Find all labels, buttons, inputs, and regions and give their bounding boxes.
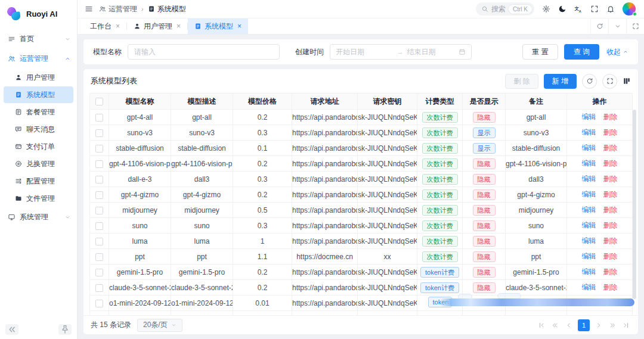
delete-link[interactable]: 删除 xyxy=(603,175,618,183)
edit-link[interactable]: 编辑 xyxy=(582,221,596,229)
row-checkbox[interactable] xyxy=(95,222,103,230)
page-button-1[interactable]: 1 xyxy=(578,319,590,331)
row-checkbox[interactable] xyxy=(95,253,103,261)
breadcrumb-item-system-model[interactable]: 系统模型 xyxy=(148,4,186,14)
delete-link[interactable]: 删除 xyxy=(603,144,618,152)
edit-link[interactable]: 编辑 xyxy=(582,175,596,183)
table-scrollbar[interactable] xyxy=(633,110,636,299)
maximize-icon[interactable] xyxy=(632,23,639,30)
sidebar-item-payment-orders[interactable]: 支付订单 xyxy=(4,138,73,155)
visible-tag[interactable]: 显示 xyxy=(473,143,496,154)
global-search[interactable]: 搜索 Ctrl K xyxy=(476,2,534,15)
tab-user-mgmt[interactable]: 用户管理× xyxy=(127,18,187,34)
sidebar-item-system-mgmt[interactable]: 系统管理 xyxy=(0,207,77,227)
tab-system-model[interactable]: 系统模型× xyxy=(188,18,248,34)
edit-link[interactable]: 编辑 xyxy=(582,206,596,214)
breadcrumb-item-operations[interactable]: 运营管理 xyxy=(99,4,137,14)
sidebar-item-exchange-mgmt[interactable]: 兑换管理 xyxy=(4,155,73,172)
page-size-select[interactable]: 20条/页 xyxy=(137,319,182,332)
translate-icon[interactable]: 文A xyxy=(574,5,583,13)
row-checkbox[interactable] xyxy=(95,269,103,276)
avatar[interactable] xyxy=(623,2,636,15)
row-checkbox[interactable] xyxy=(95,129,103,137)
bell-icon[interactable] xyxy=(606,5,615,13)
next-page-icon[interactable] xyxy=(594,322,603,329)
delete-link[interactable]: 删除 xyxy=(603,128,618,136)
expand-button[interactable] xyxy=(602,74,617,89)
last-page-icon[interactable] xyxy=(621,322,631,329)
row-checkbox[interactable] xyxy=(95,176,103,184)
row-checkbox[interactable] xyxy=(95,191,103,199)
chevron-down-icon[interactable] xyxy=(614,23,621,30)
model-name-input[interactable] xyxy=(128,44,280,60)
edit-link[interactable]: 编辑 xyxy=(582,113,596,121)
delete-button[interactable]: 删 除 xyxy=(505,74,538,89)
sidebar-item-user-mgmt[interactable]: 用户管理 xyxy=(4,69,73,86)
edit-link[interactable]: 编辑 xyxy=(582,237,596,245)
visible-tag[interactable]: 隐藏 xyxy=(473,205,496,216)
refresh-button[interactable] xyxy=(582,74,597,89)
delete-link[interactable]: 删除 xyxy=(603,221,618,229)
visible-tag[interactable]: 隐藏 xyxy=(473,174,496,185)
visible-tag[interactable]: 隐藏 xyxy=(473,158,496,169)
delete-link[interactable]: 删除 xyxy=(603,206,618,214)
row-checkbox[interactable] xyxy=(95,160,103,168)
row-checkbox[interactable] xyxy=(95,207,103,214)
refresh-icon[interactable] xyxy=(596,23,603,30)
close-icon[interactable]: × xyxy=(116,22,120,30)
edit-link[interactable]: 编辑 xyxy=(582,190,596,198)
moon-icon[interactable] xyxy=(558,5,566,13)
visible-tag[interactable]: 隐藏 xyxy=(473,220,496,231)
sidebar-item-system-model[interactable]: 系统模型 xyxy=(4,86,73,103)
collapse-filter-link[interactable]: 收起 xyxy=(606,47,628,57)
sidebar-item-chat-messages[interactable]: 聊天消息 xyxy=(4,121,73,138)
add-button[interactable]: 新 增 xyxy=(544,74,577,89)
sidebar-item-home[interactable]: 首页 xyxy=(0,29,77,49)
sidebar-collapse-button[interactable] xyxy=(5,324,18,335)
app-logo[interactable]: Ruoyi AI xyxy=(0,0,77,28)
edit-link[interactable]: 编辑 xyxy=(582,128,596,136)
close-icon[interactable]: × xyxy=(177,22,181,30)
delete-link[interactable]: 删除 xyxy=(603,190,618,198)
edit-link[interactable]: 编辑 xyxy=(582,268,596,276)
sidebar-item-file-mgmt[interactable]: 文件管理 xyxy=(4,190,73,207)
row-checkbox[interactable] xyxy=(95,284,103,292)
visible-tag[interactable]: 隐藏 xyxy=(473,189,496,200)
pin-icon[interactable] xyxy=(58,324,72,335)
delete-link[interactable]: 删除 xyxy=(603,252,618,260)
columns-button[interactable] xyxy=(623,77,631,85)
fast-next-icon[interactable] xyxy=(608,322,617,329)
date-range-picker[interactable]: 开始日期 → 结束日期 xyxy=(330,44,472,60)
visible-tag[interactable]: 隐藏 xyxy=(473,112,496,123)
edit-link[interactable]: 编辑 xyxy=(582,144,596,152)
fullscreen-icon[interactable] xyxy=(590,5,599,13)
edit-link[interactable]: 编辑 xyxy=(582,159,596,167)
delete-link[interactable]: 删除 xyxy=(603,237,618,245)
row-checkbox[interactable] xyxy=(95,114,103,122)
close-icon[interactable]: × xyxy=(237,22,242,30)
fast-prev-icon[interactable] xyxy=(550,322,560,329)
delete-link[interactable]: 删除 xyxy=(603,159,618,167)
edit-link[interactable]: 编辑 xyxy=(582,252,596,260)
sidebar-item-config-mgmt[interactable]: 配置管理 xyxy=(4,173,73,189)
gear-icon[interactable] xyxy=(542,5,550,13)
delete-link[interactable]: 删除 xyxy=(603,113,618,121)
select-all-checkbox[interactable] xyxy=(95,98,103,105)
edit-link[interactable]: 编辑 xyxy=(582,283,596,291)
visible-tag[interactable]: 显示 xyxy=(473,127,496,138)
delete-link[interactable]: 删除 xyxy=(603,268,618,276)
row-checkbox[interactable] xyxy=(95,145,103,153)
visible-tag[interactable]: 隐藏 xyxy=(473,267,496,278)
tab-workbench[interactable]: 工作台× xyxy=(83,18,126,34)
row-checkbox[interactable] xyxy=(95,238,103,245)
sidebar-item-operations[interactable]: 运营管理 xyxy=(0,49,77,69)
prev-page-icon[interactable] xyxy=(564,322,574,329)
hamburger-menu-icon[interactable] xyxy=(85,5,93,13)
visible-tag[interactable]: 隐藏 xyxy=(473,251,496,262)
sidebar-item-package-mgmt[interactable]: 套餐管理 xyxy=(4,104,73,120)
first-page-icon[interactable] xyxy=(537,322,546,329)
row-checkbox[interactable] xyxy=(95,300,103,307)
delete-link[interactable]: 删除 xyxy=(603,283,618,291)
visible-tag[interactable]: 隐藏 xyxy=(473,282,496,293)
reset-button[interactable]: 重 置 xyxy=(522,44,558,60)
